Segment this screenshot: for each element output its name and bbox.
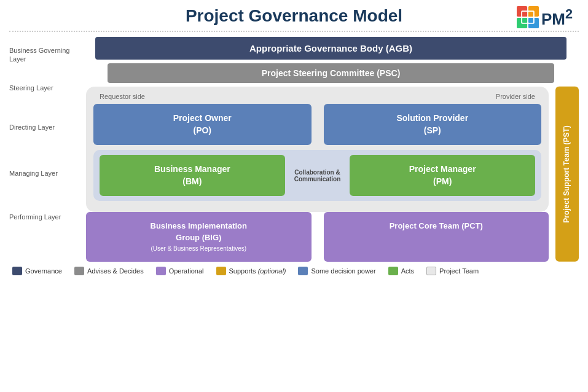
pm2-logo: PM2 (517, 6, 573, 29)
po-box: Project Owner (PO) (93, 104, 312, 145)
directing-row: Project Owner (PO) Solution Provider (SP… (93, 104, 541, 145)
label-directing: Directing Layer (9, 103, 80, 151)
label-business-governing: Business Governing Layer (9, 37, 80, 73)
legend-color-swatch (388, 267, 398, 275)
legend-item: Some decision power (298, 267, 375, 275)
pct-box: Project Core Team (PCT) (324, 212, 549, 261)
legend-color-swatch (12, 267, 22, 275)
svg-rect-6 (528, 12, 533, 17)
bm-box: Business Manager (BM) (100, 155, 285, 196)
legend-label: Some decision power (311, 267, 375, 275)
pm2-icon (517, 6, 539, 28)
legend-label: Project Team (439, 267, 479, 275)
agb-box: Appropriate Governance Body (AGB) (95, 37, 566, 60)
legend-label: Advises & Decides (87, 267, 144, 275)
legend-label: Supports (optional) (229, 267, 286, 275)
legend-item: Project Team (426, 267, 479, 275)
pm2-brand-text: PM2 (541, 6, 573, 29)
legend-color-swatch (74, 267, 84, 275)
collab-label: Collaboration & Communication (291, 169, 344, 182)
legend-item: Operational (156, 267, 204, 275)
legend-color-swatch (426, 267, 436, 275)
legend-item: Advises & Decides (74, 267, 144, 275)
diagram-with-pst: Requestor side Provider side Project Own… (83, 87, 579, 262)
legend-color-swatch (298, 267, 308, 275)
label-performing: Performing Layer (9, 195, 80, 238)
performing-row: Business Implementation Group (BIG) (Use… (83, 212, 552, 261)
legend-label: Governance (25, 267, 62, 275)
diagram-inner: Requestor side Provider side Project Own… (83, 87, 552, 262)
svg-rect-8 (528, 18, 533, 23)
managing-container: Business Manager (BM) Collaboration & Co… (93, 150, 541, 201)
dotted-separator (9, 31, 579, 32)
big-box: Business Implementation Group (BIG) (Use… (86, 212, 312, 261)
svg-rect-7 (522, 18, 527, 23)
legend-label: Operational (169, 267, 204, 275)
side-labels: Requestor side Provider side (93, 93, 541, 100)
label-managing: Managing Layer (9, 151, 80, 195)
legend: GovernanceAdvises & DecidesOperationalSu… (9, 267, 579, 275)
main-content: Business Governing Layer Steering Layer … (9, 37, 579, 262)
legend-label: Acts (401, 267, 414, 275)
layer-labels: Business Governing Layer Steering Layer … (9, 37, 83, 262)
sp-box: Solution Provider (SP) (324, 104, 542, 145)
inner-container: Requestor side Provider side Project Own… (86, 87, 549, 212)
legend-item: Acts (388, 267, 414, 275)
legend-color-swatch (156, 267, 166, 275)
pm-box: Project Manager (PM) (350, 155, 535, 196)
diagram-area: Appropriate Governance Body (AGB) Projec… (83, 37, 579, 262)
page-wrapper: Project Governance Model PM2 (0, 0, 588, 392)
pst-box: Project Support Team (PST) (555, 87, 579, 262)
header: Project Governance Model PM2 (9, 6, 579, 26)
psc-box: Project Steering Committee (PSC) (108, 63, 554, 83)
provider-label: Provider side (496, 93, 535, 100)
svg-rect-5 (522, 12, 527, 17)
label-steering: Steering Layer (9, 73, 80, 103)
legend-color-swatch (216, 267, 226, 275)
requestor-label: Requestor side (100, 93, 145, 100)
managing-row: Business Manager (BM) Collaboration & Co… (100, 155, 535, 196)
legend-item: Governance (12, 267, 62, 275)
legend-item: Supports (optional) (216, 267, 286, 275)
page-title: Project Governance Model (186, 6, 402, 26)
